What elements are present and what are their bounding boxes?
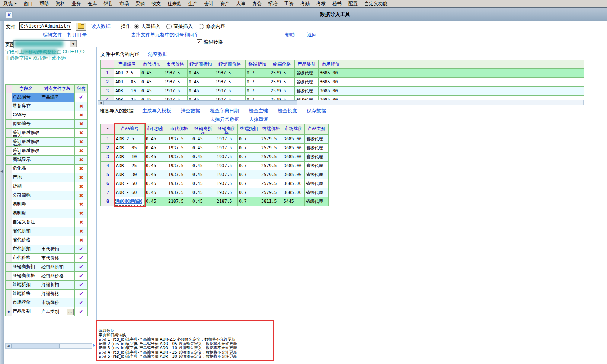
file-table-cell[interactable]: 1937.5: [163, 69, 188, 78]
import-table-cell[interactable]: 0.45: [191, 197, 215, 206]
sidebar-row-indicator[interactable]: [6, 245, 12, 254]
exclude-x-icon[interactable]: ✖: [75, 111, 88, 120]
import-table-cell[interactable]: ADR - 10: [115, 153, 145, 162]
sidebar-row[interactable]: 采订最后修改单号✖: [6, 147, 88, 156]
sidebar-field-cell[interactable]: 市场牌价: [12, 298, 40, 307]
import-table-row[interactable]: 4ADR - 250.451937.50.451937.50.72579.536…: [101, 162, 329, 170]
sidebar-field-cell[interactable]: 公司简称: [12, 191, 40, 200]
sidebar-row[interactable]: 自定义备注✖: [6, 218, 88, 227]
menu-item[interactable]: 办公: [249, 1, 265, 7]
sidebar-row[interactable]: 易制毒✖: [6, 200, 88, 209]
sidebar-mapped-cell[interactable]: 产品编号: [40, 93, 75, 102]
sidebar-field-cell[interactable]: 易制毒: [12, 200, 40, 209]
import-table-cell[interactable]: 1937.5: [215, 144, 238, 153]
file-table-cell[interactable]: ADR - 25: [114, 96, 140, 100]
sidebar-mapped-cell[interactable]: [40, 120, 75, 129]
import-table-cell[interactable]: 0.45: [145, 153, 167, 162]
sidebar-row[interactable]: 采订最后修改用户✖: [6, 129, 88, 138]
exclude-x-icon[interactable]: ✖: [75, 191, 88, 200]
import-table-cell[interactable]: ADR - 25: [115, 162, 145, 170]
sidebar-row-indicator[interactable]: [6, 147, 12, 156]
exclude-x-icon[interactable]: ✖: [75, 236, 88, 245]
import-table-row-number[interactable]: 2: [101, 144, 115, 153]
exclude-x-icon[interactable]: ✖: [75, 200, 88, 209]
sidebar-field-cell[interactable]: 产品编号: [12, 93, 40, 102]
sidebar-field-cell[interactable]: 产地: [12, 173, 40, 182]
import-table-cell[interactable]: 省级代理: [305, 179, 329, 188]
import-table-cell[interactable]: 2579.5: [260, 144, 282, 153]
include-check-icon[interactable]: ✔: [75, 307, 88, 316]
sidebar-row[interactable]: 常备库存✖: [6, 102, 88, 111]
file-table-row-number[interactable]: 3: [101, 87, 114, 96]
sidebar-row-indicator[interactable]: [6, 129, 12, 138]
file-table-cell[interactable]: ADR-2.5: [114, 69, 140, 78]
sidebar-mapped-cell[interactable]: [40, 147, 75, 156]
sidebar-mapped-cell[interactable]: [40, 227, 75, 236]
sidebar-row[interactable]: 经销商价格经销商价格✔: [6, 272, 88, 281]
sidebar-row[interactable]: 省代价格✖: [6, 236, 88, 245]
file-table-cell[interactable]: 3685.00: [319, 78, 343, 87]
import-table-row-number[interactable]: 5: [101, 170, 115, 179]
include-check-icon[interactable]: ✔: [75, 263, 88, 272]
import-table-cell[interactable]: 3685.00: [282, 188, 305, 197]
sidebar-row-indicator[interactable]: [6, 236, 12, 245]
import-table-cell[interactable]: ADR - 60: [115, 188, 145, 197]
file-table-row[interactable]: 4ADR - 250.451937.50.451937.50.72579.5省级…: [101, 96, 584, 100]
import-table-cell[interactable]: 1937.5: [167, 179, 191, 188]
import-table-cell[interactable]: 3685.00: [282, 135, 305, 144]
file-table-cell[interactable]: 1937.5: [214, 87, 246, 96]
include-check-icon[interactable]: ✔: [75, 272, 88, 281]
exclude-x-icon[interactable]: ✖: [75, 218, 88, 227]
import-table-cell[interactable]: 2579.5: [260, 179, 282, 188]
menu-item[interactable]: 秘书: [329, 1, 345, 7]
menu-item[interactable]: 资料: [52, 1, 68, 7]
import-table-cell[interactable]: 3811.5: [260, 197, 282, 206]
sidebar-field-cell[interactable]: 危化品: [12, 165, 40, 173]
import-table-cell[interactable]: 0.7: [238, 153, 260, 162]
file-table-cell[interactable]: 0.45: [188, 87, 214, 96]
sidebar-field-cell[interactable]: 市代折扣: [12, 245, 40, 254]
exclude-x-icon[interactable]: ✖: [75, 120, 88, 129]
sidebar-row-indicator[interactable]: [6, 200, 12, 209]
import-action-link[interactable]: 清空数据: [181, 108, 200, 114]
import-table-cell[interactable]: ADR - 50: [115, 179, 145, 188]
import-table-cell[interactable]: 0.45: [191, 179, 215, 188]
import-table-cell[interactable]: 1937.5: [215, 179, 238, 188]
file-table-cell[interactable]: 0.7: [246, 96, 269, 100]
import-table-cell[interactable]: 2579.5: [260, 135, 282, 144]
sidebar-hscrollbar[interactable]: ◀: [5, 343, 92, 349]
menu-item[interactable]: 人事: [233, 1, 249, 7]
sidebar-row-indicator[interactable]: [6, 281, 12, 290]
exclude-x-icon[interactable]: ✖: [75, 138, 88, 147]
import-table-row-number[interactable]: 7: [101, 188, 115, 197]
import-table-row[interactable]: 6ADR - 500.451937.50.451937.50.72579.536…: [101, 179, 329, 188]
exclude-x-icon[interactable]: ✖: [75, 129, 88, 138]
sidebar-row-indicator[interactable]: [6, 263, 12, 272]
radio-icon[interactable]: [166, 24, 172, 29]
sidebar-mapped-cell[interactable]: [40, 173, 75, 182]
sidebar-mapped-cell[interactable]: [40, 156, 75, 165]
file-table-cell[interactable]: 0.45: [140, 87, 163, 96]
sidebar-mapped-cell[interactable]: [40, 102, 75, 111]
sidebar-mapped-cell[interactable]: [40, 209, 75, 218]
file-table-cell[interactable]: 1937.5: [163, 87, 188, 96]
import-table-row-number[interactable]: 8: [101, 197, 115, 206]
import-table-cell[interactable]: 2187.5: [167, 197, 191, 206]
sidebar-row[interactable]: 公司简称✖: [6, 191, 88, 200]
sidebar-field-cell[interactable]: 原始编号: [12, 120, 40, 129]
sidebar-mapped-cell[interactable]: 市代价格: [40, 254, 75, 263]
import-table-cell[interactable]: 0.7: [238, 144, 260, 153]
sidebar-row[interactable]: 货期✖: [6, 182, 88, 191]
sidebar-row[interactable]: 商城显示✖: [6, 156, 88, 165]
sidebar-row-indicator[interactable]: [6, 93, 12, 102]
exclude-x-icon[interactable]: ✖: [75, 173, 88, 182]
import-table-cell[interactable]: 0.45: [145, 197, 167, 206]
exclude-x-icon[interactable]: ✖: [75, 102, 88, 111]
import-table-cell[interactable]: LPDDDRLYYQ: [115, 197, 145, 206]
menu-item[interactable]: 会计: [201, 1, 217, 7]
help-link[interactable]: 帮助: [285, 32, 295, 38]
import-table-cell[interactable]: 3685.00: [282, 170, 305, 179]
sidebar-field-cell[interactable]: CAS号: [12, 111, 40, 120]
import-table-cell[interactable]: 2579.5: [260, 153, 282, 162]
import-table-cell[interactable]: 省级代理: [305, 144, 329, 153]
